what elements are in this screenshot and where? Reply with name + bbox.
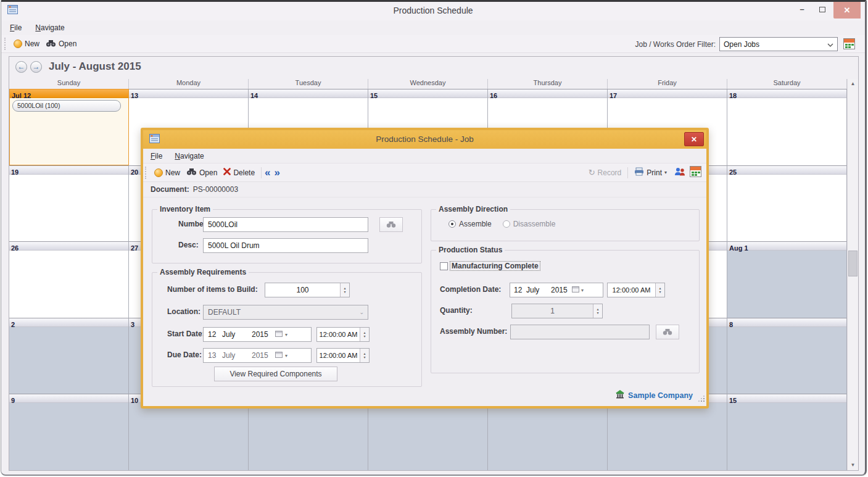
day-cell[interactable]: 8 [727, 318, 847, 394]
job-filter-select[interactable]: Open Jobs [719, 37, 838, 51]
menu-navigate[interactable]: Navigate [35, 23, 64, 32]
inventory-item-group-title: Inventory Item [157, 205, 213, 214]
prev-month-button[interactable]: ← [15, 61, 27, 73]
due-date-caret-icon[interactable]: ▾ [283, 353, 290, 359]
resize-grip[interactable] [698, 394, 705, 405]
quantity-spinner-icon[interactable]: ▴▾ [593, 304, 602, 318]
spinner-arrows-icon[interactable]: ▴▾ [340, 283, 349, 297]
day-number: 18 [727, 92, 737, 100]
assembly-requirements-group-title: Assembly Requirements [157, 268, 249, 276]
document-label: Document: [151, 185, 189, 194]
scroll-down-icon[interactable]: ▼ [848, 460, 858, 470]
print-dropdown-icon[interactable]: ▾ [664, 170, 667, 175]
desc-label: Desc: [178, 241, 199, 249]
print-button[interactable]: Print ▾ [631, 166, 670, 179]
dialog-new-button[interactable]: New [151, 167, 183, 178]
disassemble-radio[interactable] [503, 220, 510, 228]
weekday-saturday: Saturday [727, 79, 847, 89]
completion-date-field[interactable]: 12 July 2015 ▾ [510, 283, 603, 297]
dialog-schedule-icon[interactable] [690, 166, 701, 180]
chevron-down-icon [827, 40, 833, 49]
maximize-button[interactable] [813, 2, 832, 18]
event-pill[interactable]: 5000LOil (100) [12, 100, 121, 112]
day-cell-header: 26 [9, 242, 128, 251]
start-date-caret-icon[interactable]: ▾ [283, 332, 290, 338]
day-number: 19 [9, 168, 19, 176]
start-date-field[interactable]: 12 July 2015 ▾ [203, 327, 312, 342]
due-time-spinner-icon[interactable]: ▴▾ [360, 349, 369, 362]
due-date-picker-icon[interactable] [275, 351, 283, 360]
assembly-direction-group-title: Assembly Direction [436, 205, 510, 214]
item-number-field[interactable]: 5000LOil [203, 217, 368, 232]
item-lookup-button[interactable] [379, 217, 403, 232]
new-icon [14, 39, 22, 48]
next-month-button[interactable]: → [30, 61, 42, 73]
day-cell[interactable]: 26 [9, 241, 129, 318]
day-number: 10 [129, 397, 138, 405]
start-time-spinner-icon[interactable]: ▴▾ [360, 328, 369, 341]
day-cell-header: Aug 1 [727, 242, 846, 251]
day-cell[interactable]: 19 [9, 165, 129, 242]
record-button[interactable]: ↻ Record [585, 167, 625, 178]
day-cell[interactable]: Aug 1 [727, 241, 847, 318]
scroll-up-icon[interactable]: ▲ [848, 79, 858, 89]
completion-date-caret-icon[interactable]: ▾ [579, 288, 585, 293]
dialog-menu-file[interactable]: File [151, 152, 162, 160]
dialog-close-button[interactable]: ✕ [684, 132, 704, 146]
day-number: 9 [9, 397, 15, 405]
scrollbar-thumb[interactable] [848, 251, 858, 276]
view-required-components-button[interactable]: View Required Components [214, 367, 337, 381]
production-status-group-title: Production Status [436, 246, 505, 254]
day-cell[interactable]: 15 [727, 394, 847, 470]
completion-time-spinner-icon[interactable]: ▴▾ [655, 283, 664, 297]
next-record-icon[interactable]: » [275, 168, 280, 178]
day-number: 17 [608, 92, 617, 100]
items-to-build-spinner[interactable]: 100 ▴▾ [265, 283, 350, 297]
dialog-menu-navigate[interactable]: Navigate [175, 152, 204, 160]
day-cell-header: 8 [727, 318, 846, 327]
dialog-new-icon [154, 168, 163, 177]
dialog-menubar: File Navigate [143, 149, 706, 164]
completion-date-picker-icon[interactable] [572, 286, 579, 294]
minimize-button[interactable]: – [793, 2, 811, 18]
day-number: 2 [9, 321, 15, 329]
close-button[interactable]: ✕ [833, 2, 861, 19]
day-cell-header: 13 [129, 89, 248, 98]
production-status-group: Production Status Manufacturing Complete… [431, 250, 700, 373]
day-cell-header: 25 [727, 166, 846, 175]
menu-file[interactable]: File [10, 23, 22, 32]
due-date-field[interactable]: 13 July 2015 ▾ [203, 348, 312, 363]
completion-time-field[interactable]: 12:00:00 AM ▴▾ [607, 283, 665, 297]
open-button[interactable]: Open [43, 38, 80, 50]
app-toolbar: New Open Job / Works Order Filter: Open … [1, 35, 865, 53]
previous-record-icon[interactable]: « [265, 168, 270, 178]
close-icon: ✕ [844, 6, 851, 15]
quantity-spinner[interactable]: 1 ▴▾ [511, 304, 603, 318]
day-cell[interactable]: 25 [727, 165, 847, 242]
document-number: PS-00000003 [193, 185, 238, 194]
day-cell[interactable]: 2 [9, 318, 129, 394]
assembly-number-field[interactable] [510, 325, 650, 339]
dialog-open-button[interactable]: Open [183, 167, 220, 178]
start-time-field[interactable]: 12:00:00 AM ▴▾ [316, 327, 370, 342]
day-cell[interactable]: Jul 125000LOil (100) [9, 89, 129, 165]
day-cell-header: 14 [249, 89, 368, 98]
maximize-icon [819, 7, 825, 12]
location-select[interactable]: DEFAULT ⌄ [203, 305, 368, 320]
day-cell[interactable]: 9 [9, 394, 129, 470]
manufacturing-complete-checkbox[interactable] [440, 262, 448, 270]
new-button[interactable]: New [10, 38, 43, 49]
day-cell[interactable]: 18 [727, 89, 847, 165]
schedule-view-icon[interactable] [843, 38, 855, 52]
vertical-scrollbar[interactable]: ▲ ▼ [847, 79, 858, 470]
dialog-delete-button[interactable]: Delete [220, 167, 258, 178]
assemble-radio[interactable] [448, 220, 456, 228]
due-time-field[interactable]: 12:00:00 AM ▴▾ [316, 348, 370, 363]
users-icon[interactable] [674, 167, 685, 178]
assembly-lookup-button[interactable] [656, 325, 679, 339]
item-desc-field[interactable]: 5000L Oil Drum [203, 238, 368, 253]
date-picker-icon[interactable] [275, 330, 283, 339]
calendar-nav: ← → July - August 2015 [9, 57, 858, 79]
day-number: 15 [727, 397, 737, 405]
weekday-tuesday: Tuesday [249, 79, 368, 89]
